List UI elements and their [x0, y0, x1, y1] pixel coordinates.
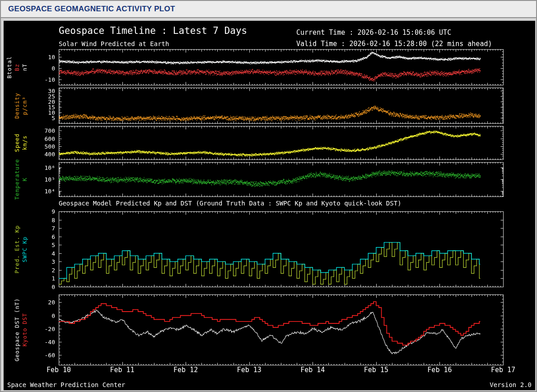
axis-label-geospace-dst-nt-: Geospace DST (nT) [14, 285, 21, 375]
axis-label-swpc-kp: SWPC Kp [21, 204, 28, 294]
valid-time-label: Valid Time : 2026-02-16 15:28:00 (22 min… [296, 40, 492, 48]
y-tick-label: 10 [27, 53, 55, 61]
y-tick-label: 0 [27, 65, 55, 73]
y-tick-label: 8 [27, 216, 55, 224]
y-tick-label: 400 [27, 150, 55, 159]
y-tick-label: 6 [27, 233, 55, 241]
window-title: GEOSPACE GEOMAGNETIC ACTIVITY PLOT [8, 5, 175, 14]
y-tick-label: 0 [27, 283, 55, 291]
x-tick-label: Feb 12 [165, 366, 206, 374]
y-tick-label: -20 [27, 325, 55, 333]
plot-title: Geospace Timeline : Latest 7 Days [59, 25, 247, 36]
x-tick-label: Feb 16 [419, 366, 460, 374]
y-tick-label: 500 [27, 143, 55, 151]
axis-label-btotal: Btotal [6, 22, 13, 112]
y-tick-label: -40 [27, 338, 55, 346]
current-time-label: Current Time : 2026-02-16 15:06:06 UTC [296, 28, 451, 37]
solar-wind-subtitle: Solar Wind Predicted at Earth [59, 40, 169, 47]
y-tick-label: 1 [27, 275, 55, 283]
x-tick-label: Feb 15 [356, 366, 397, 374]
y-tick-label: 3 [27, 258, 55, 266]
y-tick-label: 20 [27, 299, 55, 307]
y-tick-label: -10 [27, 76, 55, 84]
y-tick-label: 10⁶ [27, 164, 55, 172]
x-tick-label: Feb 14 [292, 366, 333, 374]
y-tick-label: 5 [27, 241, 55, 249]
y-tick-label: -60 [27, 351, 55, 359]
y-tick-label: 4 [27, 250, 55, 258]
y-tick-label: 5 [27, 114, 55, 122]
x-tick-label: Feb 13 [229, 366, 270, 374]
x-tick-label: Feb 17 [483, 366, 523, 374]
y-tick-label: 2 [27, 266, 55, 275]
footer-credit: Space Weather Prediction Center [7, 381, 125, 388]
y-tick-label: 10⁵ [27, 176, 55, 184]
kp-dst-section-title: Geospace Model Predicted Kp and DST (Gro… [59, 200, 402, 207]
x-tick-label: Feb 11 [102, 366, 143, 374]
geospace-plot: Geospace Timeline : Latest 7 Days Curren… [4, 21, 535, 390]
y-tick-label: 600 [27, 135, 55, 143]
y-tick-label: 700 [27, 127, 55, 135]
page: { "window": { "title": "GEOSPACE GEOMAGN… [0, 0, 537, 392]
y-tick-label: 10⁴ [27, 187, 55, 196]
axis-label-pred-est-kp: Pred. Est. Kp [14, 204, 21, 294]
y-tick-label: 7 [27, 224, 55, 233]
x-tick-label: Feb 10 [38, 366, 79, 374]
y-tick-label: 0 [27, 312, 55, 320]
y-tick-label: 9 [27, 208, 55, 216]
axis-label-kyoto-dst: Kyoto DST [21, 285, 28, 375]
footer-version: Version 2.0 [490, 381, 532, 388]
window-titlebar: GEOSPACE GEOMAGNETIC ACTIVITY PLOT [1, 1, 536, 18]
